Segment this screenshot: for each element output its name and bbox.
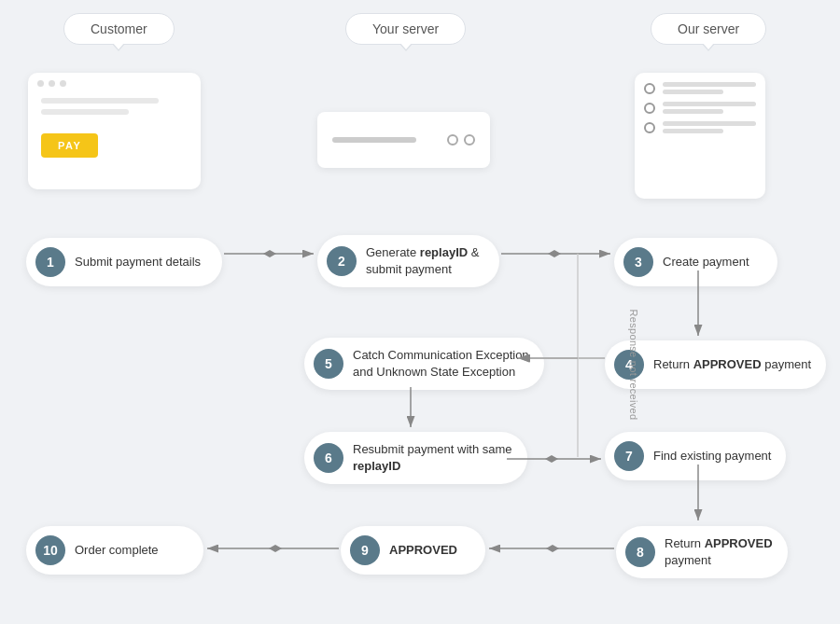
step-7-number: 7 — [625, 449, 633, 464]
db-line-3a — [663, 121, 756, 126]
step-3-number: 3 — [635, 255, 642, 270]
db-row-3 — [644, 121, 756, 133]
step-10-label: Order complete — [75, 542, 159, 559]
step-9-label: APPROVED — [389, 542, 457, 559]
step-1-label: Submit payment details — [75, 254, 201, 270]
terminal-dots — [447, 134, 475, 146]
step-1-node: 1 Submit payment details — [26, 238, 222, 286]
db-line-3b — [663, 129, 723, 133]
terminal-line — [332, 137, 416, 143]
terminal-illustration — [317, 112, 490, 168]
diamond-1-2 — [263, 250, 276, 257]
db-circle-3 — [644, 122, 655, 133]
our-server-label: Our server — [678, 21, 739, 36]
step-3-label: Create payment — [663, 254, 749, 270]
browser-dot-2 — [49, 80, 55, 87]
step-1-circle: 1 — [35, 247, 65, 277]
step-5-circle: 5 — [314, 349, 343, 379]
db-lines-1 — [663, 82, 756, 94]
db-line-1b — [663, 90, 723, 94]
browser-line-1 — [41, 98, 159, 104]
step-3-node: 3 Create payment — [614, 238, 777, 286]
db-circle-1 — [644, 83, 655, 94]
db-circle-2 — [644, 103, 655, 114]
terminal-dot-2 — [464, 134, 475, 146]
db-row-2 — [644, 102, 756, 114]
step-6-node: 6 Resubmit payment with samereplayID — [304, 432, 527, 484]
db-line-2a — [663, 102, 756, 106]
customer-header: Customer — [63, 13, 175, 45]
diamond-6-7 — [545, 455, 558, 463]
step-6-circle: 6 — [314, 443, 343, 473]
step-10-circle: 10 — [35, 535, 65, 565]
diamond-8-9 — [546, 545, 559, 552]
step-9-number: 9 — [361, 543, 369, 558]
step-7-circle: 7 — [614, 441, 644, 471]
db-lines-3 — [663, 121, 756, 133]
step-9-node: 9 APPROVED — [341, 526, 485, 575]
db-lines-2 — [663, 102, 756, 114]
response-not-received-label: Response not received — [628, 310, 639, 421]
browser-dot-3 — [60, 80, 66, 87]
step-6-number: 6 — [325, 451, 332, 465]
pay-button[interactable]: PAY — [41, 133, 98, 158]
step-3-circle: 3 — [623, 247, 653, 277]
step-8-node: 8 Return APPROVEDpayment — [616, 526, 788, 578]
response-label-text: Response not received — [628, 310, 639, 421]
step-8-circle: 8 — [625, 537, 655, 567]
step-10-node: 10 Order complete — [26, 526, 203, 575]
step-2-label: Generate replayID &submit payment — [366, 244, 479, 278]
db-line-1a — [663, 82, 756, 87]
browser-illustration: PAY — [28, 73, 201, 189]
diagram: Customer Your server Our server PAY — [0, 0, 840, 624]
our-server-header: Our server — [651, 13, 766, 45]
diamond-2-3 — [548, 250, 561, 257]
your-server-label: Your server — [372, 21, 439, 36]
step-9-circle: 9 — [350, 535, 380, 565]
browser-line-2 — [41, 109, 129, 115]
terminal-dot-1 — [447, 134, 458, 146]
step-8-label: Return APPROVEDpayment — [665, 535, 773, 569]
diamond-9-10 — [269, 545, 282, 552]
database-illustration — [635, 73, 765, 199]
customer-label: Customer — [91, 21, 147, 36]
browser-dots — [28, 73, 201, 92]
step-4-label: Return APPROVED payment — [653, 356, 811, 373]
step-6-label: Resubmit payment with samereplayID — [353, 441, 512, 475]
step-7-label: Find existing payment — [653, 448, 771, 465]
your-server-header: Your server — [345, 13, 466, 45]
db-row-1 — [644, 82, 756, 94]
browser-lines — [28, 92, 201, 126]
step-1-number: 1 — [47, 255, 54, 270]
browser-dot-1 — [37, 80, 44, 87]
db-line-2b — [663, 109, 723, 114]
step-10-number: 10 — [43, 543, 58, 558]
step-8-number: 8 — [637, 545, 644, 560]
step-5-label: Catch Communication Exceptionand Unknown… — [353, 347, 529, 381]
step-5-node: 5 Catch Communication Exceptionand Unkno… — [304, 338, 544, 390]
step-2-circle: 2 — [327, 246, 357, 276]
step-2-node: 2 Generate replayID &submit payment — [317, 235, 499, 287]
step-5-number: 5 — [325, 356, 332, 371]
step-2-number: 2 — [338, 254, 345, 269]
step-7-node: 7 Find existing payment — [605, 432, 786, 480]
